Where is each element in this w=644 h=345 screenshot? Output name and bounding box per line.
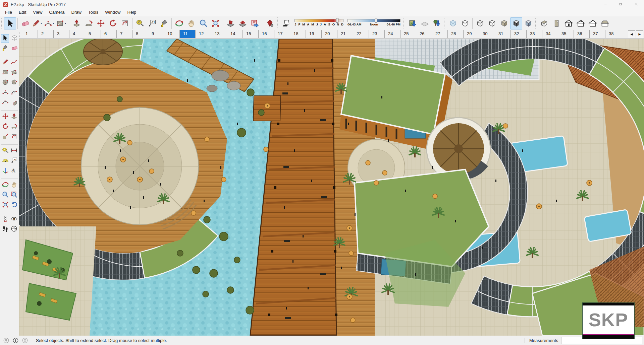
scene-tab-34[interactable]: 34 [542,30,558,38]
plugin-box-button[interactable] [224,17,236,29]
menu-help[interactable]: Help [124,9,140,16]
arc-tool-button[interactable] [1,88,9,97]
view-left-button[interactable] [599,17,611,29]
geolocation-button[interactable] [3,337,9,344]
scene-tab-5[interactable]: 5 [85,30,101,38]
select-button[interactable] [4,17,16,29]
scene-tab-29[interactable]: 29 [464,30,479,38]
polygon-tool-button[interactable] [10,78,18,87]
wireframe-button[interactable] [474,17,486,29]
text-tool-button[interactable]: A1 [10,157,18,165]
shaded-with-textures-button[interactable] [510,17,522,29]
menu-edit[interactable]: Edit [15,9,30,16]
shadow-date-thumb[interactable] [336,18,338,23]
menu-view[interactable]: View [30,9,46,16]
toolbar-grip[interactable] [444,18,445,28]
xray-button[interactable] [447,17,459,29]
previous-tool-button[interactable] [10,201,18,210]
paint-bucket-button[interactable] [158,17,170,29]
orbit-button[interactable] [173,17,185,29]
scene-tab-36[interactable]: 36 [574,30,590,38]
scene-tab-2[interactable]: 2 [38,30,54,38]
orbit-tool-button[interactable] [1,181,9,190]
menu-window[interactable]: Window [102,9,124,16]
shadow-toggle-button[interactable] [280,17,292,29]
scene-tab-9[interactable]: 9 [148,30,164,38]
scene-tab-27[interactable]: 27 [432,30,448,38]
scene-tab-3[interactable]: 3 [54,30,69,38]
tabs-scroll-right-button[interactable]: ▶ [636,30,643,38]
scene-tab-14[interactable]: 14 [227,30,243,38]
text3d-tool-button[interactable]: AA [10,167,18,176]
scene-tab-19[interactable]: 19 [306,30,322,38]
toggle-terrain-button[interactable] [419,17,431,29]
shadow-date-slider[interactable]: JFMAMJJASOND [294,19,343,26]
rotate-tool-button[interactable] [1,123,9,131]
scene-tab-30[interactable]: 30 [479,30,495,38]
restore-button[interactable] [613,0,629,9]
menu-file[interactable]: File [2,9,15,16]
scene-tab-11[interactable]: 11 [180,30,196,38]
scene-tab-8[interactable]: 8 [132,30,148,38]
scene-tab-35[interactable]: 35 [558,30,574,38]
tabs-grip[interactable] [19,32,21,37]
toolbar-grip[interactable] [1,18,3,28]
scene-tab-15[interactable]: 15 [243,30,259,38]
line-button[interactable]: ▾ [31,17,43,29]
shaded-button[interactable] [498,17,510,29]
scene-tab-31[interactable]: 31 [495,30,511,38]
circle-tool-button[interactable] [1,78,9,87]
scene-tab-7[interactable]: 7 [117,30,132,38]
scale-tool-button[interactable] [1,133,9,141]
toolbar-grip[interactable] [535,18,537,28]
select-tool-button[interactable] [1,34,9,43]
dropdown-arrow-icon[interactable]: ▾ [53,22,55,25]
dimension-tool-button[interactable] [10,147,18,155]
follow-me-button[interactable] [83,17,95,29]
dropdown-arrow-icon[interactable]: ▾ [65,22,67,25]
scene-tab-1[interactable]: 1 [22,30,38,38]
arc3-tool-button[interactable] [1,98,9,107]
rectangle-tool-button[interactable] [1,68,9,77]
monochrome-button[interactable] [522,17,534,29]
followme-tool-button[interactable] [10,123,18,131]
view-right-button[interactable] [575,17,587,29]
walk-tool-button[interactable] [1,225,9,234]
zoom-extents-button[interactable] [209,17,221,29]
look-around-tool-button[interactable] [10,215,18,224]
pan-tool-button[interactable] [10,181,18,190]
axes-tool-button[interactable] [1,167,9,176]
rectangle-button[interactable]: ▾ [55,17,67,29]
pushpull-tool-button[interactable] [10,113,18,121]
back-edges-button[interactable] [459,17,471,29]
text-button[interactable]: A1 [146,17,158,29]
scene-tab-17[interactable]: 17 [274,30,290,38]
scene-tab-21[interactable]: 21 [337,30,353,38]
scene-tab-6[interactable]: 6 [101,30,117,38]
tape-tool-button[interactable] [1,147,9,155]
add-location-button[interactable] [407,17,419,29]
toolbar-grip[interactable] [404,18,405,28]
scene-tab-25[interactable]: 25 [400,30,416,38]
shadow-time-thumb[interactable] [375,18,377,23]
scene-tab-26[interactable]: 26 [416,30,432,38]
shadow-time-strip-am[interactable] [347,19,375,22]
plugin-flower-button[interactable] [236,17,249,29]
pan-button[interactable] [185,17,197,29]
zoom-extents-tool-button[interactable] [1,201,9,210]
menu-camera[interactable]: Camera [46,9,68,16]
minimize-button[interactable] [598,0,613,9]
freehand-tool-button[interactable] [10,58,18,67]
rotated-rectangle-tool-button[interactable] [10,68,18,77]
scene-tab-38[interactable]: 38 [605,30,621,38]
menu-draw[interactable]: Draw [68,9,85,16]
push-pull-button[interactable] [70,17,83,29]
tabs-scroll-left-button[interactable]: ◀ [628,30,635,38]
scene-tab-28[interactable]: 28 [448,30,464,38]
scene-tab-33[interactable]: 33 [527,30,542,38]
scene-tab-16[interactable]: 16 [259,30,274,38]
credits-button[interactable] [22,337,28,344]
toolbar-grip[interactable] [277,17,279,27]
shadow-time-strip-pm[interactable] [377,19,400,22]
line-tool-button[interactable] [1,58,9,67]
